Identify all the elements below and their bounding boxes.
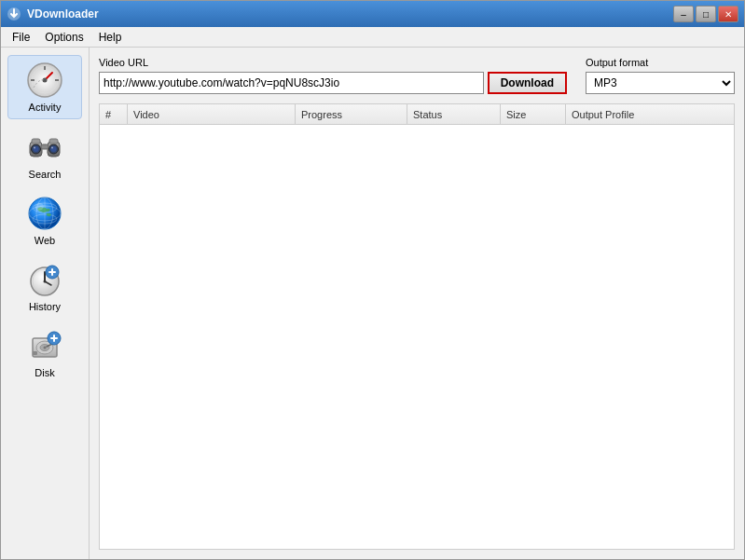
col-video: Video: [128, 104, 296, 124]
close-button[interactable]: ✕: [718, 6, 738, 22]
col-size: Size: [501, 104, 566, 124]
activity-label: Activity: [29, 102, 62, 113]
svg-point-11: [34, 147, 35, 149]
sidebar-item-history[interactable]: History: [7, 255, 82, 318]
title-bar: VDownloader – □ ✕: [1, 1, 744, 27]
col-number: #: [100, 104, 128, 124]
web-icon: [26, 195, 63, 232]
download-button[interactable]: Download: [488, 72, 567, 94]
download-table: # Video Progress Status Size Output Prof…: [99, 103, 735, 550]
svg-rect-17: [32, 139, 40, 143]
activity-icon: [26, 61, 63, 99]
sidebar-item-web[interactable]: Web: [7, 189, 82, 252]
title-bar-left: VDownloader: [7, 7, 99, 21]
format-group: Output format MP3MP4AVIFLVWMVMOV: [586, 57, 735, 94]
web-label: Web: [34, 235, 55, 246]
svg-rect-16: [41, 144, 48, 149]
format-select[interactable]: MP3MP4AVIFLVWMVMOV: [586, 72, 735, 94]
main-area: Activity: [1, 48, 744, 559]
menu-help[interactable]: Help: [91, 29, 130, 46]
title-controls: – □ ✕: [673, 6, 738, 22]
sidebar-item-search[interactable]: Search: [7, 123, 82, 185]
svg-point-37: [44, 347, 47, 349]
search-label: Search: [29, 169, 62, 180]
main-window: VDownloader – □ ✕ File Options Help: [0, 0, 745, 560]
history-label: History: [29, 301, 61, 312]
url-row: Download: [99, 72, 567, 94]
content-area: Video URL Download Output format MP3MP4A…: [90, 48, 744, 559]
url-label: Video URL: [99, 57, 567, 68]
app-icon: [7, 7, 21, 21]
menu-bar: File Options Help: [1, 27, 744, 48]
svg-rect-39: [33, 351, 37, 355]
col-status: Status: [407, 104, 501, 124]
search-icon: [26, 129, 63, 166]
url-input[interactable]: [99, 72, 484, 94]
svg-rect-18: [49, 139, 58, 143]
url-group: Video URL Download: [99, 57, 567, 94]
sidebar-item-activity[interactable]: Activity: [7, 55, 82, 119]
format-label: Output format: [586, 57, 735, 68]
sidebar-item-disk[interactable]: Disk: [7, 321, 82, 384]
maximize-button[interactable]: □: [696, 6, 716, 22]
url-section: Video URL Download Output format MP3MP4A…: [99, 57, 735, 94]
minimize-button[interactable]: –: [673, 6, 694, 22]
history-icon: [26, 261, 63, 298]
sidebar: Activity: [1, 48, 90, 559]
table-header: # Video Progress Status Size Output Prof…: [100, 104, 734, 125]
col-output-profile: Output Profile: [566, 104, 734, 124]
menu-options[interactable]: Options: [37, 29, 90, 46]
disk-icon: [26, 327, 63, 364]
svg-point-30: [44, 280, 47, 283]
svg-point-15: [51, 147, 53, 149]
disk-label: Disk: [34, 367, 54, 378]
col-progress: Progress: [296, 104, 407, 124]
menu-file[interactable]: File: [5, 29, 37, 46]
window-title: VDownloader: [27, 7, 99, 20]
